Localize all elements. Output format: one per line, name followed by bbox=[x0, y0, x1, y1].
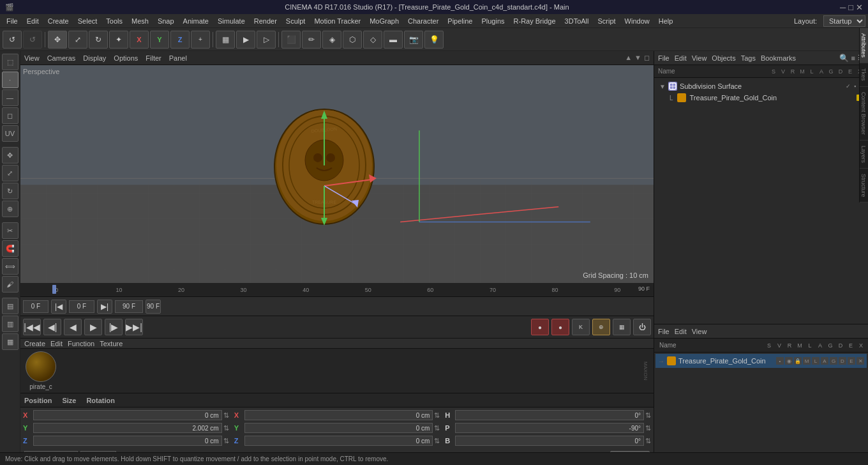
play-button[interactable]: ▶ bbox=[84, 319, 102, 335]
brush-button[interactable]: 🖌 bbox=[2, 276, 19, 293]
om-filter-icon[interactable]: ≡ bbox=[851, 54, 855, 62]
menu-sculpt[interactable]: Sculpt bbox=[282, 16, 310, 26]
vp-options-menu[interactable]: Options bbox=[114, 54, 138, 62]
material-slot[interactable]: pirate_c bbox=[26, 351, 56, 390]
size-z-arrows[interactable]: ⇅ bbox=[434, 437, 440, 445]
key-sel-button[interactable]: ⊕ bbox=[592, 319, 610, 335]
cube-btn[interactable]: ⬛ bbox=[281, 31, 301, 49]
pos-y-arrows[interactable]: ⇅ bbox=[223, 424, 229, 432]
subdiv-s[interactable]: ✓ bbox=[844, 83, 853, 89]
pos-z-input[interactable] bbox=[33, 436, 222, 446]
obj-row-coin[interactable]: L Treasure_Pirate_Gold_Coin bbox=[657, 92, 865, 103]
obj-expand-arrow[interactable]: ▼ bbox=[659, 83, 666, 90]
camera-btn[interactable]: 📷 bbox=[404, 31, 423, 49]
layout-dropdown[interactable]: Startup bbox=[823, 15, 865, 27]
menu-3dtoall[interactable]: 3DToAll bbox=[561, 16, 593, 26]
key-all-button[interactable]: K bbox=[572, 319, 590, 335]
om-file-menu[interactable]: File bbox=[658, 54, 670, 62]
size-y-input[interactable] bbox=[244, 423, 433, 433]
move-button[interactable]: ✥ bbox=[2, 147, 19, 164]
vp-filter-menu[interactable]: Filter bbox=[146, 54, 161, 62]
menu-file[interactable]: File bbox=[3, 16, 22, 26]
attr-view-menu[interactable]: View bbox=[692, 328, 707, 335]
floor-btn[interactable]: ▬ bbox=[384, 31, 403, 49]
vp-zoom-in[interactable]: ▼ bbox=[634, 54, 641, 62]
menu-help[interactable]: Help bbox=[655, 16, 677, 26]
prev-frame-button[interactable]: ◀| bbox=[43, 319, 61, 335]
layer-btn1[interactable]: ▤ bbox=[2, 298, 19, 314]
om-bookmarks-menu[interactable]: Bookmarks bbox=[761, 54, 796, 62]
current-frame-input[interactable] bbox=[69, 300, 94, 313]
vp-panel-menu[interactable]: Panel bbox=[169, 54, 187, 62]
transform-tool-button[interactable]: ✦ bbox=[109, 31, 128, 49]
start-frame-input[interactable] bbox=[23, 300, 49, 313]
menu-mesh[interactable]: Mesh bbox=[128, 16, 153, 26]
mirror-button[interactable]: ⟺ bbox=[2, 258, 19, 275]
maximize-button[interactable]: □ bbox=[848, 3, 853, 12]
undo-button[interactable]: ↺ bbox=[3, 31, 22, 49]
vp-display-menu[interactable]: Display bbox=[83, 54, 106, 62]
menu-character[interactable]: Character bbox=[404, 16, 442, 26]
auto-key-button[interactable]: ● bbox=[551, 319, 569, 335]
mat-function-menu[interactable]: Function bbox=[68, 340, 94, 347]
menu-edit[interactable]: Edit bbox=[23, 16, 43, 26]
scale-button[interactable]: ⤢ bbox=[2, 165, 19, 181]
vtab-tkes[interactable]: Tkes bbox=[860, 63, 868, 87]
next-keyframe-button[interactable]: ▶| bbox=[97, 300, 112, 314]
pos-x-arrows[interactable]: ⇅ bbox=[223, 411, 229, 420]
rot-h-input[interactable] bbox=[455, 410, 644, 420]
vtab-structure[interactable]: Structure bbox=[860, 169, 868, 203]
layer-btn2[interactable]: ▥ bbox=[2, 316, 19, 332]
vtab-attributes[interactable]: Attributes bbox=[860, 28, 868, 63]
vtab-layers[interactable]: Layers bbox=[860, 141, 868, 169]
uvw-mode-button[interactable]: UV bbox=[2, 125, 19, 142]
vtab-content-browser[interactable]: Content Browser bbox=[860, 87, 868, 141]
point-mode-button[interactable]: · bbox=[2, 72, 19, 88]
power-button[interactable]: ⏻ bbox=[633, 319, 651, 335]
knife-button[interactable]: ✂ bbox=[2, 222, 19, 239]
go-start-button[interactable]: |◀◀ bbox=[23, 319, 41, 335]
minimize-button[interactable]: ─ bbox=[840, 3, 846, 12]
magnet-button[interactable]: 🧲 bbox=[2, 240, 19, 257]
layer-btn3[interactable]: ▦ bbox=[2, 333, 19, 350]
vp-fit[interactable]: ◻ bbox=[644, 54, 650, 62]
x-axis-button[interactable]: X bbox=[130, 31, 149, 49]
subdiv-btn[interactable]: ◈ bbox=[322, 31, 341, 49]
mat-create-menu[interactable]: Create bbox=[24, 340, 45, 347]
poly-mode-button[interactable]: ◻ bbox=[2, 107, 19, 124]
menu-render[interactable]: Render bbox=[250, 16, 281, 26]
vp-view-menu[interactable]: View bbox=[24, 54, 40, 62]
end-frame-input[interactable] bbox=[115, 300, 143, 313]
prev-keyframe-button[interactable]: |◀ bbox=[51, 300, 66, 314]
menu-animate[interactable]: Animate bbox=[179, 16, 213, 26]
rot-b-arrows[interactable]: ⇅ bbox=[645, 437, 651, 445]
render-button[interactable]: ▶ bbox=[236, 31, 255, 49]
motion-clip-button[interactable]: ▦ bbox=[613, 319, 631, 335]
menu-select[interactable]: Select bbox=[74, 16, 101, 26]
size-x-arrows[interactable]: ⇅ bbox=[434, 411, 440, 420]
deformer-btn[interactable]: ◇ bbox=[363, 31, 382, 49]
om-view-menu[interactable]: View bbox=[692, 54, 707, 62]
mograph-btn[interactable]: ⬡ bbox=[343, 31, 362, 49]
size-x-input[interactable] bbox=[244, 410, 433, 420]
mat-edit-menu[interactable]: Edit bbox=[50, 340, 63, 347]
vp-cameras-menu[interactable]: Cameras bbox=[47, 54, 76, 62]
rot-h-arrows[interactable]: ⇅ bbox=[645, 411, 651, 420]
record-button[interactable]: ● bbox=[531, 319, 549, 335]
menu-tools[interactable]: Tools bbox=[102, 16, 126, 26]
timeline-ruler[interactable]: 0 10 20 30 40 50 60 70 80 90 90 F bbox=[20, 283, 654, 297]
menu-window[interactable]: Window bbox=[621, 16, 654, 26]
attr-edit-menu[interactable]: Edit bbox=[675, 328, 687, 335]
attr-file-menu[interactable]: File bbox=[658, 328, 670, 335]
mat-texture-menu[interactable]: Texture bbox=[100, 340, 123, 347]
menu-mograph[interactable]: MoGraph bbox=[366, 16, 403, 26]
menu-script[interactable]: Script bbox=[594, 16, 619, 26]
edge-mode-button[interactable]: — bbox=[2, 89, 19, 106]
redo-button[interactable]: ↺ bbox=[23, 31, 42, 49]
move-tool-button[interactable]: ✥ bbox=[48, 31, 67, 49]
rot-p-input[interactable] bbox=[455, 423, 644, 433]
z-axis-button[interactable]: Z bbox=[170, 31, 190, 49]
om-tags-menu[interactable]: Tags bbox=[741, 54, 756, 62]
om-edit-menu[interactable]: Edit bbox=[675, 54, 687, 62]
model-mode-button[interactable]: ⬚ bbox=[2, 54, 19, 70]
